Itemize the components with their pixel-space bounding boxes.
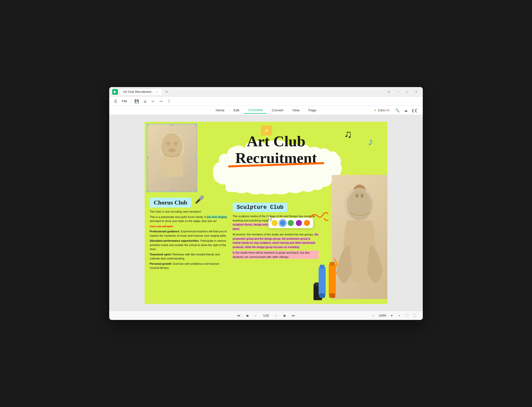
menu-right-area: ✦ Editor AI 🔍 ☁ ❮❮ bbox=[371, 107, 418, 114]
svg-rect-21 bbox=[330, 262, 335, 266]
zoom-in-button[interactable]: + bbox=[396, 312, 403, 319]
svg-point-11 bbox=[351, 189, 368, 207]
highlight-sculpture2: the production group and the design grou… bbox=[233, 233, 318, 249]
star-icon: ✦ bbox=[374, 108, 377, 112]
page-indicator: 1/20 bbox=[261, 313, 271, 318]
selection-handle-bc[interactable] bbox=[171, 190, 173, 192]
sculpture-text2: At present, the members of the studio ar… bbox=[233, 232, 319, 249]
minimize-button[interactable]: − bbox=[394, 88, 402, 95]
microphone-icon: 🎤 bbox=[195, 195, 204, 204]
share-icon[interactable]: ⤴ bbox=[166, 98, 172, 105]
highlight-singing: you love singing bbox=[207, 215, 227, 218]
save-icon[interactable]: 💾 bbox=[134, 98, 140, 105]
chorus-intro: The choir is now recruiting new members! bbox=[150, 210, 228, 214]
prev-button[interactable]: ‹ bbox=[252, 312, 259, 319]
window-controls: ≡ − □ × bbox=[385, 88, 420, 95]
chorus-point2: Abundant performance opportunities: Part… bbox=[150, 239, 228, 251]
search-icon[interactable]: 🔍 bbox=[394, 107, 401, 114]
svg-point-4 bbox=[174, 141, 178, 146]
zoom-dropdown-button[interactable]: ▾ bbox=[388, 312, 395, 319]
svg-point-13 bbox=[361, 194, 364, 198]
active-tab[interactable]: Art Club Recruitment... × bbox=[120, 89, 162, 95]
fullscreen-button[interactable]: ⛶ bbox=[411, 312, 418, 319]
doc-canvas: ≡ Art Club Recruitment ♫ ♪ bbox=[109, 115, 423, 311]
menu-view[interactable]: View bbox=[288, 107, 303, 113]
selection-handle-br[interactable] bbox=[195, 190, 197, 192]
bottom-navigation-bar: ⏮ ◀ ‹ 1/20 › ▶ ⏭ − 100% ▾ + 📄 ⛶ bbox=[109, 311, 423, 320]
selection-handle-bl[interactable] bbox=[147, 190, 148, 192]
editor-ai-label: Editor AI bbox=[378, 109, 389, 112]
toolbar: ☰ File 💾 🖨 ↩ ↪ ⤴ bbox=[109, 97, 423, 106]
markers-svg bbox=[291, 258, 347, 301]
redo-icon[interactable]: ↪ bbox=[158, 98, 164, 105]
menu-edit[interactable]: Edit bbox=[230, 107, 243, 113]
color-dot-green[interactable] bbox=[288, 220, 294, 226]
statue-bust-svg bbox=[149, 126, 195, 190]
svg-rect-17 bbox=[319, 293, 325, 298]
menu-convert[interactable]: Convert bbox=[268, 107, 287, 113]
go-last-page-button[interactable]: ⏭ bbox=[290, 312, 297, 319]
svg-point-3 bbox=[166, 141, 170, 146]
color-dot-purple[interactable] bbox=[296, 220, 302, 226]
selection-handle-ml[interactable] bbox=[147, 157, 148, 159]
title-line2: Recruitment bbox=[205, 150, 347, 166]
chorus-body1: This is a passionate and joyful music fa… bbox=[150, 215, 228, 223]
color-picker-popup bbox=[269, 218, 313, 228]
markers-illustration bbox=[291, 258, 347, 301]
close-button[interactable]: × bbox=[413, 88, 420, 95]
chorus-club-title: Chorus Club bbox=[150, 198, 191, 208]
selection-handle-mr[interactable] bbox=[195, 157, 197, 159]
music-note-blue: ♪ bbox=[368, 136, 373, 148]
title-text-area: Art Club Recruitment bbox=[205, 133, 347, 166]
cloud-sync-icon[interactable]: ☁ bbox=[403, 107, 409, 114]
tab-close-button[interactable]: × bbox=[155, 90, 159, 94]
sticky-note-icon: ≡ bbox=[265, 128, 268, 133]
page-thumbnail-button[interactable]: 📄 bbox=[404, 312, 410, 319]
sculpture-club-section: Sculpture Club The sculpture studio of t… bbox=[233, 203, 319, 259]
sticky-note[interactable]: ≡ bbox=[261, 125, 272, 135]
svg-point-2 bbox=[161, 133, 183, 160]
color-dot-yellow[interactable] bbox=[272, 220, 278, 226]
color-dot-orange[interactable] bbox=[304, 220, 310, 226]
selection-handle-tl[interactable] bbox=[147, 124, 148, 126]
selection-handle-tc[interactable] bbox=[171, 124, 173, 126]
prev-page-button[interactable]: ◀ bbox=[244, 312, 250, 319]
zoom-controls: − 100% ▾ + bbox=[370, 312, 403, 319]
svg-rect-20 bbox=[329, 293, 335, 298]
zoom-out-button[interactable]: − bbox=[370, 312, 376, 319]
app-window: Art Club Recruitment... × + ≡ − □ × ☰ Fi… bbox=[109, 87, 423, 320]
highlight-sculpture1: sculpture theory, design and pro bbox=[233, 223, 272, 226]
svg-point-5 bbox=[168, 148, 176, 152]
menu-button[interactable]: ≡ bbox=[385, 88, 392, 95]
color-dot-blue[interactable] bbox=[280, 220, 286, 226]
title-bar: Art Club Recruitment... × + ≡ − □ × bbox=[109, 87, 423, 97]
hamburger-menu-icon[interactable]: ☰ bbox=[112, 98, 119, 105]
menu-comment[interactable]: Comment bbox=[244, 107, 267, 114]
tab-title: Art Club Recruitment... bbox=[123, 90, 154, 94]
go-first-page-button[interactable]: ⏮ bbox=[235, 312, 242, 319]
next-page-button[interactable]: ▶ bbox=[282, 312, 288, 319]
next-button[interactable]: › bbox=[273, 312, 280, 319]
toolbar-divider bbox=[131, 99, 131, 104]
sculpture-club-title: Sculpture Club bbox=[233, 203, 287, 212]
menu-bar: Home Edit Comment Convert View Page ✦ Ed… bbox=[109, 106, 423, 115]
chorus-club-section: Chorus Club The choir is now recruiting … bbox=[150, 198, 228, 270]
editor-ai-button[interactable]: ✦ Editor AI bbox=[371, 107, 392, 113]
menu-home[interactable]: Home bbox=[212, 107, 229, 113]
file-menu-item[interactable]: File bbox=[120, 98, 129, 104]
new-tab-button[interactable]: + bbox=[164, 89, 170, 95]
zoom-level-label: 100% bbox=[378, 314, 387, 317]
maximize-button[interactable]: □ bbox=[404, 88, 411, 95]
chorus-strikethrough: Here, you will gain: bbox=[150, 224, 228, 229]
selection-handle-tr[interactable] bbox=[195, 124, 197, 126]
cloud-title-area: Art Club Recruitment bbox=[205, 129, 347, 197]
svg-rect-18 bbox=[320, 265, 324, 268]
undo-icon[interactable]: ↩ bbox=[150, 98, 156, 105]
statue-left-image[interactable] bbox=[147, 124, 197, 192]
tab-area: Art Club Recruitment... × + bbox=[112, 89, 385, 95]
print-icon[interactable]: 🖨 bbox=[142, 98, 148, 105]
menu-page[interactable]: Page bbox=[304, 107, 320, 113]
chorus-point4: Personal growth: Exercise self-confidenc… bbox=[150, 262, 228, 270]
collapse-icon[interactable]: ❮❮ bbox=[411, 107, 418, 114]
app-icon bbox=[112, 89, 118, 95]
